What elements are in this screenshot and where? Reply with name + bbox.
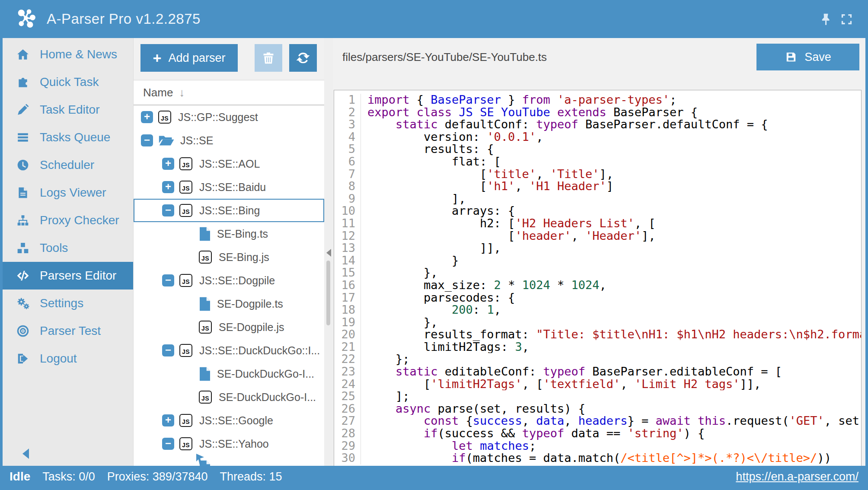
- sidebar-item-label: Parser Test: [40, 324, 101, 338]
- sidebar-item-label: Quick Task: [40, 75, 99, 89]
- expand-icon[interactable]: +: [162, 414, 174, 426]
- collapse-icon[interactable]: −: [162, 204, 174, 216]
- tree-row-se-dogpile-js[interactable]: JSSE-Dogpile.js: [134, 315, 324, 339]
- logout-icon: [15, 352, 31, 365]
- code-line: 25 ];: [334, 390, 861, 403]
- tree-row-se-bing-ts[interactable]: SE-Bing.ts: [134, 222, 324, 245]
- code-line-text: ['title', 'Title'],: [361, 168, 861, 181]
- fullscreen-icon[interactable]: [840, 13, 853, 26]
- sidebar-item-label: Scheduler: [40, 158, 94, 172]
- code-line: 1import { BaseParser } from 'a-parser-ty…: [334, 94, 861, 106]
- collapse-icon[interactable]: −: [162, 274, 174, 286]
- tree-row-se-dogpile-ts[interactable]: SE-Dogpile.ts: [134, 292, 324, 315]
- line-number: 8: [334, 180, 361, 193]
- js-icon: JS: [179, 344, 192, 357]
- expand-icon[interactable]: +: [141, 111, 153, 123]
- save-button[interactable]: Save: [756, 44, 859, 70]
- code-line-text: if(success && typeof data == 'string') {: [361, 427, 861, 440]
- code-line: 19 },: [334, 316, 861, 329]
- scrollbar-thumb[interactable]: [326, 261, 330, 325]
- collapse-icon[interactable]: −: [162, 344, 174, 356]
- sidebar-item-parsers-editor[interactable]: Parsers Editor: [3, 262, 133, 290]
- editor-panel: files/parsers/SE-YouTube/SE-YouTube.ts S…: [333, 38, 865, 466]
- line-number: 16: [334, 279, 361, 292]
- status-proxies: Proxies: 389/37840: [107, 470, 208, 484]
- divider-collapse-icon[interactable]: [326, 249, 331, 257]
- code-editor[interactable]: 1import { BaseParser } from 'a-parser-ty…: [334, 90, 862, 466]
- tree-row-js-se-aol[interactable]: +JSJS::SE::AOL: [134, 152, 324, 175]
- sidebar-item-quick-task[interactable]: Quick Task: [3, 68, 133, 96]
- tree-row-label: SE-Dogpile.ts: [217, 298, 283, 310]
- tree-row-label: JS::SE::Baidu: [199, 181, 266, 194]
- tree-row-label: JS::SE::Dogpile: [199, 274, 275, 287]
- tree-row-label: JS::SE::Google: [199, 414, 273, 427]
- line-number: 25: [334, 390, 361, 403]
- code-line-text: const {success, data, headers} = await t…: [361, 415, 861, 427]
- tree-row-js-se-duckduckgo-i[interactable]: −JSJS::SE::DuckDuckGo::I...: [134, 339, 324, 362]
- sidebar-item-logs-viewer[interactable]: Logs Viewer: [3, 179, 133, 207]
- js-icon: JS: [179, 274, 192, 287]
- code-line-text: results_format: "Title: $title\nH1: $h1\…: [361, 328, 861, 341]
- line-number: 10: [334, 205, 361, 217]
- sidebar-item-tasks-queue[interactable]: Tasks Queue: [3, 124, 133, 151]
- sidebar-item-tools[interactable]: Tools: [3, 234, 133, 262]
- line-number: 30: [334, 452, 361, 465]
- collapse-icon[interactable]: −: [162, 438, 174, 450]
- code-line: 2export class JS_SE_YouTube extends Base…: [334, 106, 861, 119]
- refresh-button[interactable]: [289, 44, 317, 72]
- tree-row-js-gp-suggest[interactable]: +JSJS::GP::Suggest: [134, 105, 324, 129]
- tree-header[interactable]: Name ↓: [134, 80, 324, 105]
- app-frame: A-Parser Pro v1.2.2875 Home & NewsQuick …: [3, 0, 865, 487]
- editor-toolbar: files/parsers/SE-YouTube/SE-YouTube.ts S…: [333, 38, 865, 90]
- tree-row-js-se-yahoo[interactable]: −JSJS::SE::Yahoo: [134, 432, 324, 455]
- line-number: 29: [334, 440, 361, 452]
- tree-row-se-duckduckgo-i[interactable]: JSSE-DuckDuckGo-I...: [134, 385, 324, 409]
- code-icon: [15, 269, 31, 282]
- tree-row-js-se-dogpile[interactable]: −JSJS::SE::Dogpile: [134, 269, 324, 292]
- tree-row-se-bing-js[interactable]: JSSE-Bing.js: [134, 245, 324, 269]
- code-line-text: static defaultConf: typeof BaseParser.de…: [361, 118, 861, 131]
- line-number: 13: [334, 242, 361, 255]
- tree-row-js-se-google[interactable]: +JSJS::SE::Google: [134, 409, 324, 432]
- line-number: 20: [334, 328, 361, 341]
- line-number: 9: [334, 193, 361, 205]
- line-number: 22: [334, 353, 361, 366]
- add-parser-button[interactable]: + Add parser: [140, 44, 238, 72]
- status-threads: Threads: 15: [220, 470, 282, 484]
- sidebar-item-label: Proxy Checker: [40, 213, 119, 227]
- tree-row-js-se-baidu[interactable]: +JSJS::SE::Baidu: [134, 175, 324, 199]
- bars-icon: [15, 131, 31, 144]
- tree-row-js-se[interactable]: −JS::SE: [134, 129, 324, 152]
- code-line: 29 let matches;: [334, 440, 861, 452]
- sidebar-item-logout[interactable]: Logout: [3, 345, 133, 372]
- sidebar-item-label: Task Editor: [40, 103, 100, 117]
- js-icon: JS: [158, 111, 171, 124]
- line-number: 11: [334, 217, 361, 230]
- sidebar-item-parser-test[interactable]: Parser Test: [3, 317, 133, 345]
- sidebar-item-scheduler[interactable]: Scheduler: [3, 151, 133, 179]
- sidebar-item-settings[interactable]: Settings: [3, 290, 133, 317]
- js-icon: JS: [179, 181, 192, 194]
- sidebar-collapse-icon[interactable]: [22, 449, 29, 459]
- sidebar-item-label: Home & News: [40, 48, 117, 61]
- sidebar-item-home-news[interactable]: Home & News: [3, 41, 133, 68]
- code-line-text: if(matches = data.match(/<title[^>]*>(.*…: [361, 452, 861, 465]
- sidebar-item-task-editor[interactable]: Task Editor: [3, 96, 133, 124]
- tree-row-label: JS::SE::Yahoo: [199, 438, 269, 450]
- site-link[interactable]: https://en.a-parser.com/: [736, 470, 858, 484]
- tree-row-js-se-bing[interactable]: −JSJS::SE::Bing: [134, 199, 324, 222]
- js-icon: JS: [179, 204, 192, 217]
- file-icon: [199, 366, 211, 382]
- code-line-text: ['h1', 'H1 Header']: [361, 180, 861, 193]
- collapse-icon[interactable]: −: [141, 134, 153, 146]
- tree-row[interactable]: [134, 455, 324, 466]
- tree-row-se-duckduckgo-i[interactable]: SE-DuckDuckGo-I...: [134, 362, 324, 385]
- delete-parser-button[interactable]: [255, 44, 282, 72]
- expand-icon[interactable]: +: [162, 158, 174, 170]
- code-line-text: max_size: 2 * 1024 * 1024,: [361, 279, 861, 292]
- code-line: 22 };: [334, 353, 861, 366]
- expand-icon[interactable]: +: [162, 181, 174, 193]
- code-line-text: flat: [: [361, 156, 861, 168]
- sidebar-item-proxy-checker[interactable]: Proxy Checker: [3, 207, 133, 234]
- pin-icon[interactable]: [819, 13, 832, 26]
